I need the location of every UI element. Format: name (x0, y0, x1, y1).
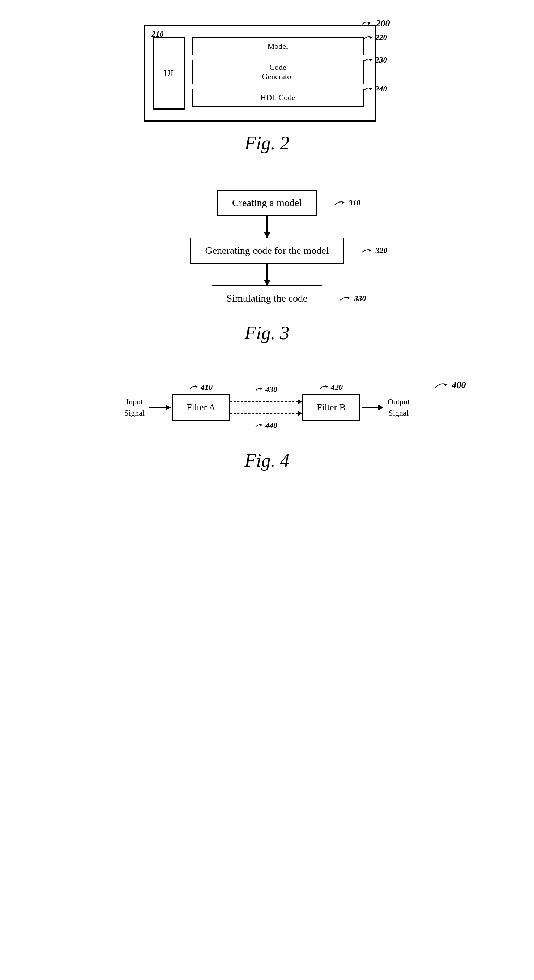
ref-200: 200 (376, 18, 390, 29)
arrow-input-filterA (149, 407, 171, 408)
dashed-arrow-bottom (230, 411, 302, 416)
fig2-outer-box: 210 UI Model (144, 25, 376, 121)
hdl-wrapper: HDL Code 240 (192, 89, 364, 107)
model-label: Model (267, 41, 288, 51)
ref-210: 210 (152, 29, 164, 39)
fig2-caption: Fig. 2 (245, 132, 289, 154)
step1-wrapper: Creating a model 310 (217, 190, 317, 216)
step1-label: Creating a model (232, 197, 302, 208)
fig2-ui-box: UI (153, 37, 185, 110)
filter-b-wrapper: 420 Filter B (302, 394, 360, 421)
middle-arrows: 430 (230, 396, 302, 420)
ref-310-container: 310 (334, 198, 361, 208)
fig4-diagram-wrapper: InputSignal 410 (86, 394, 448, 421)
svg-marker-9 (260, 388, 262, 390)
ref-440-container: 440 (255, 421, 277, 430)
step3-box: Simulating the code (211, 285, 323, 311)
ui-label: UI (164, 68, 173, 79)
ref-310: 310 (348, 198, 361, 208)
ref-440: 440 (265, 421, 277, 430)
fig4-diagram: InputSignal 410 (86, 394, 448, 421)
ref-420: 420 (331, 383, 343, 392)
arrow2 (267, 264, 267, 285)
filter-a-box: Filter A (172, 394, 230, 421)
step3-label: Simulating the code (227, 293, 308, 304)
input-signal-label: InputSignal (124, 396, 145, 419)
output-signal-label: OutputSignal (388, 396, 410, 419)
filter-a-wrapper: 410 Filter A (172, 394, 230, 421)
hdl-label: HDL Code (260, 93, 295, 102)
ref-220: 220 (375, 33, 387, 42)
step1-box: Creating a model (217, 190, 317, 216)
svg-marker-11 (326, 385, 327, 388)
step2-label: Generating code for the model (205, 245, 329, 256)
fig3-section: Creating a model 310 Generating code for… (29, 190, 505, 344)
fig2-section: 200 210 UI Model (29, 22, 505, 154)
filter-a-label: Filter A (186, 402, 216, 413)
ref-330: 330 (354, 294, 366, 303)
filter-b-box: Filter B (302, 394, 360, 421)
codegen-wrapper: CodeGenerator 230 (192, 60, 364, 84)
codegen-box: CodeGenerator (192, 60, 364, 84)
fig2-right-col: Model 220 CodeGenerato (192, 37, 364, 110)
output-signal-group: OutputSignal (388, 396, 410, 419)
ref-220-container: 220 (363, 33, 387, 42)
fig4-section: 400 InputSignal (29, 380, 505, 471)
svg-marker-10 (260, 424, 262, 426)
fig4-caption: Fig. 4 (245, 450, 289, 471)
ref-320: 320 (376, 246, 388, 255)
ref-240-container: 240 (363, 84, 387, 94)
ref-410-container: 410 (189, 383, 213, 392)
ref-330-container: 330 (340, 294, 366, 303)
model-box: Model (192, 37, 364, 55)
ref-230: 230 (375, 55, 387, 65)
ref-420-container: 420 (319, 383, 343, 392)
step3-wrapper: Simulating the code 330 (211, 285, 323, 311)
arrow1 (267, 216, 267, 238)
ref-240: 240 (375, 84, 387, 94)
ref-430: 430 (265, 385, 277, 394)
svg-marker-8 (195, 385, 197, 388)
filter-b-label: Filter B (317, 402, 346, 413)
step2-wrapper: Generating code for the model 320 (190, 238, 344, 264)
ref-400-container: 400 (434, 380, 466, 391)
ref-430-container: 430 (255, 385, 277, 394)
ref-320-container: 320 (361, 246, 388, 255)
model-wrapper: Model 220 (192, 37, 364, 55)
ref-400: 400 (452, 380, 466, 391)
step2-box: Generating code for the model (190, 238, 344, 264)
fig3-caption: Fig. 3 (245, 322, 289, 344)
dashed-arrow-top (230, 399, 302, 404)
page-container: 200 210 UI Model (0, 0, 534, 980)
ref-410: 410 (201, 383, 213, 392)
ref-230-container: 230 (363, 55, 387, 65)
fig3-flowchart: Creating a model 310 Generating code for… (141, 190, 394, 311)
hdl-box: HDL Code (192, 89, 364, 107)
arrow-filterB-output (362, 407, 383, 408)
input-signal-group: InputSignal (124, 396, 145, 419)
